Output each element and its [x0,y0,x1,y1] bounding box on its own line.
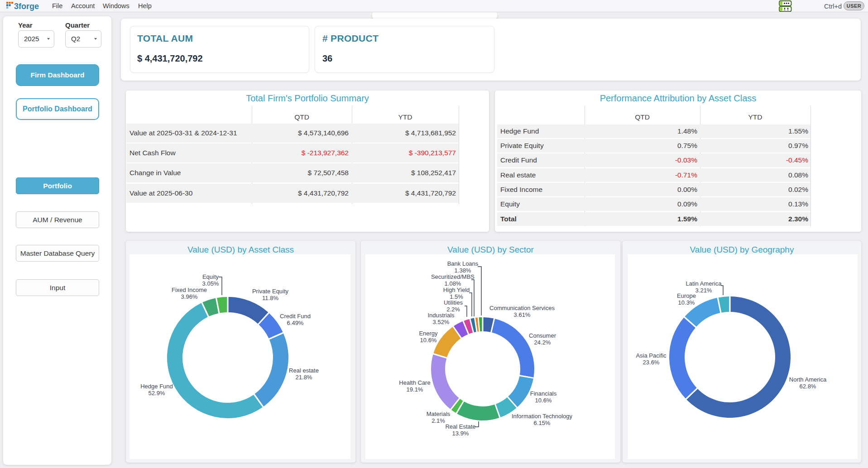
svg-text:Bank Loans: Bank Loans [447,260,479,267]
svg-text:Latin America: Latin America [686,280,722,287]
svg-text:3.61%: 3.61% [514,311,531,318]
svg-text:3.21%: 3.21% [695,287,712,294]
svg-text:6.49%: 6.49% [287,320,304,326]
svg-text:21.8%: 21.8% [296,374,312,381]
svg-text:Asia Pacific: Asia Pacific [636,352,667,359]
svg-text:Hedge Fund: Hedge Fund [140,383,173,390]
svg-text:Health Care: Health Care [399,379,430,386]
svg-text:10.6%: 10.6% [420,337,437,344]
svg-text:11.8%: 11.8% [262,295,278,301]
svg-text:2.2%: 2.2% [446,306,460,313]
svg-text:Private Equity: Private Equity [252,288,289,295]
svg-text:Consumer: Consumer [529,332,556,339]
svg-text:3.96%: 3.96% [181,293,198,300]
svg-text:1.5%: 1.5% [450,293,463,300]
svg-text:Europe: Europe [677,292,696,299]
svg-text:23.6%: 23.6% [643,359,660,366]
svg-text:13.9%: 13.9% [452,430,469,437]
svg-text:19.1%: 19.1% [407,386,423,393]
svg-text:2.1%: 2.1% [432,417,445,424]
svg-text:52.9%: 52.9% [149,390,165,396]
svg-text:Communication Services: Communication Services [489,305,555,311]
svg-text:Energy: Energy [419,330,438,337]
svg-text:Securitized/MBS: Securitized/MBS [431,273,475,280]
svg-text:Information Technology: Information Technology [512,413,573,420]
svg-text:1.38%: 1.38% [455,267,471,274]
svg-text:Materials: Materials [427,411,451,417]
svg-text:10.3%: 10.3% [678,299,695,306]
svg-text:62.8%: 62.8% [800,383,816,390]
svg-text:Credit Fund: Credit Fund [280,313,311,320]
svg-text:10.6%: 10.6% [535,397,552,404]
svg-text:High Yield: High Yield [443,287,470,293]
svg-text:6.15%: 6.15% [534,420,551,426]
svg-text:3.05%: 3.05% [202,280,219,287]
svg-text:Equity: Equity [202,273,219,280]
svg-text:Real estate: Real estate [289,367,319,374]
svg-text:Real Estate: Real Estate [445,423,475,430]
svg-text:24.2%: 24.2% [534,339,551,346]
svg-text:Financials: Financials [530,390,557,397]
svg-text:3.52%: 3.52% [433,319,450,325]
svg-text:Fixed Income: Fixed Income [172,287,207,293]
svg-text:1.08%: 1.08% [445,280,461,287]
svg-text:North America: North America [789,376,827,383]
